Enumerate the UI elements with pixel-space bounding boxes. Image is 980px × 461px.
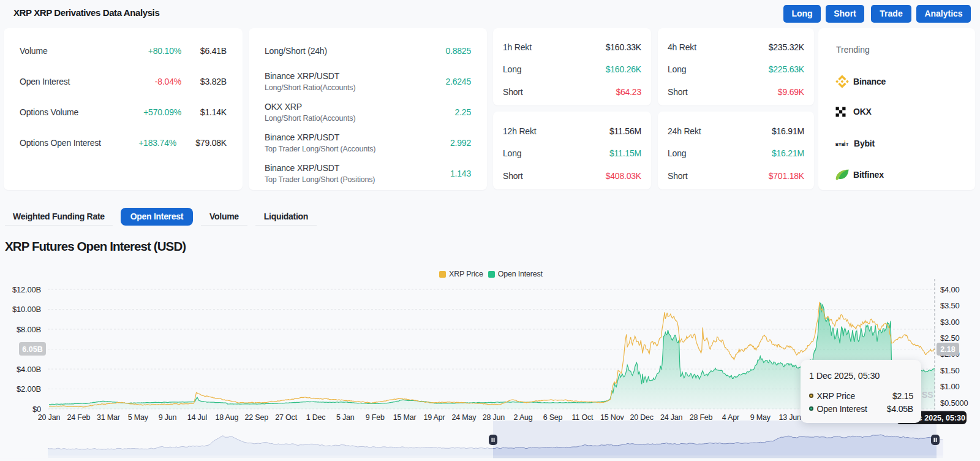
svg-text:20 Jan: 20 Jan bbox=[38, 413, 61, 422]
svg-text:$4.00: $4.00 bbox=[940, 285, 960, 294]
svg-text:14 Jul: 14 Jul bbox=[187, 413, 207, 422]
svg-text:$4.00B: $4.00B bbox=[17, 365, 41, 374]
svg-text:31 Mar: 31 Mar bbox=[97, 413, 120, 422]
svg-text:6.05B: 6.05B bbox=[22, 345, 42, 354]
svg-text:24 Feb: 24 Feb bbox=[67, 413, 91, 422]
svg-text:2 Aug: 2 Aug bbox=[514, 413, 533, 422]
svg-text:5 Jan: 5 Jan bbox=[336, 413, 355, 422]
svg-text:$10.00B: $10.00B bbox=[12, 305, 41, 314]
svg-text:27 Oct: 27 Oct bbox=[275, 413, 297, 422]
svg-text:11 Oct: 11 Oct bbox=[572, 413, 594, 422]
svg-text:22 Sep: 22 Sep bbox=[244, 413, 268, 422]
svg-text:19 Apr: 19 Apr bbox=[424, 413, 445, 422]
svg-text:28 Feb: 28 Feb bbox=[690, 413, 713, 422]
svg-text:9 May: 9 May bbox=[750, 413, 771, 422]
svg-text:$1.50: $1.50 bbox=[940, 366, 960, 375]
svg-text:4 Apr: 4 Apr bbox=[722, 413, 739, 422]
svg-text:20 Dec: 20 Dec bbox=[630, 413, 653, 422]
svg-text:$2.00B: $2.00B bbox=[17, 384, 41, 394]
svg-text:5 May: 5 May bbox=[128, 413, 149, 422]
svg-text:9 Feb: 9 Feb bbox=[366, 413, 385, 422]
svg-text:18 Aug: 18 Aug bbox=[215, 413, 238, 422]
svg-text:$3.00: $3.00 bbox=[940, 318, 960, 327]
svg-text:13 Jun: 13 Jun bbox=[778, 413, 801, 422]
svg-text:6 Sep: 6 Sep bbox=[543, 413, 563, 422]
svg-text:24 May: 24 May bbox=[452, 413, 477, 422]
svg-text:$2.50: $2.50 bbox=[940, 333, 960, 343]
svg-text:9 Jun: 9 Jun bbox=[159, 413, 177, 422]
svg-text:$0: $0 bbox=[32, 405, 41, 414]
svg-text:1 Dec: 1 Dec bbox=[306, 413, 326, 422]
svg-text:$1.00: $1.00 bbox=[940, 382, 960, 391]
svg-text:15 Nov: 15 Nov bbox=[600, 413, 624, 422]
svg-text:$3.50: $3.50 bbox=[940, 301, 960, 310]
svg-text:28 Jun: 28 Jun bbox=[483, 413, 505, 422]
svg-text:$0.5000: $0.5000 bbox=[940, 398, 968, 408]
svg-text:2.18: 2.18 bbox=[940, 345, 955, 354]
svg-text:$8.00B: $8.00B bbox=[17, 325, 41, 334]
svg-text:15 Mar: 15 Mar bbox=[393, 413, 417, 422]
svg-text:24 Jan: 24 Jan bbox=[660, 413, 683, 422]
svg-text:SS: SS bbox=[922, 390, 933, 400]
svg-text:$12.00B: $12.00B bbox=[12, 285, 41, 294]
